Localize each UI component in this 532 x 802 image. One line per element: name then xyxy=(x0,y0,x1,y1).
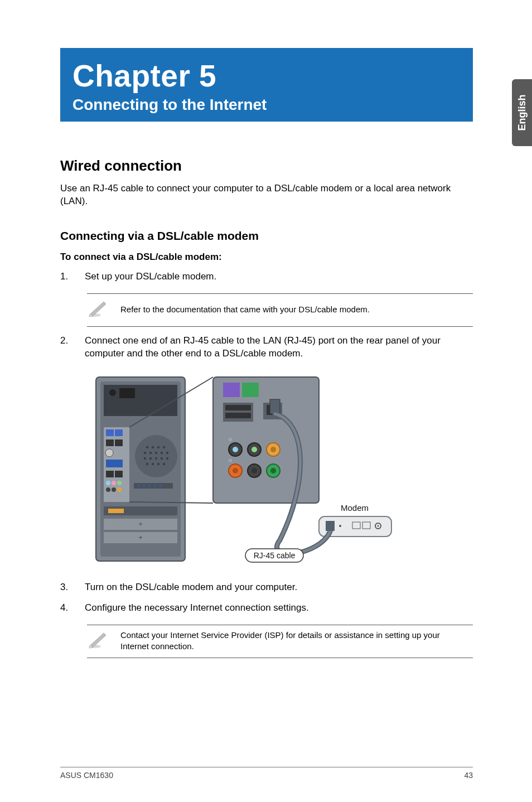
svg-point-56 xyxy=(152,446,154,448)
svg-point-105 xyxy=(252,468,257,474)
svg-point-44 xyxy=(105,449,113,457)
footer-model: ASUS CM1630 xyxy=(60,771,113,780)
svg-point-103 xyxy=(233,468,238,474)
svg-point-61 xyxy=(155,451,157,453)
svg-rect-47 xyxy=(115,471,123,477)
chapter-number: Chapter 5 xyxy=(72,58,461,94)
svg-point-76 xyxy=(148,485,151,487)
svg-text:RJ-45 cable: RJ-45 cable xyxy=(254,551,296,560)
svg-point-33 xyxy=(139,410,142,413)
svg-point-53 xyxy=(117,487,122,492)
step-4-number: 4. xyxy=(60,602,85,615)
svg-point-62 xyxy=(161,451,163,453)
svg-point-49 xyxy=(112,481,116,485)
svg-point-18 xyxy=(156,394,158,396)
svg-point-57 xyxy=(157,446,159,448)
svg-point-50 xyxy=(117,481,122,485)
svg-point-64 xyxy=(144,457,146,459)
connection-diagram: + + U U xyxy=(85,373,482,576)
footer-page-number: 43 xyxy=(464,771,473,780)
pen-icon xyxy=(87,298,120,321)
svg-rect-89 xyxy=(242,383,259,397)
svg-point-67 xyxy=(161,457,163,459)
svg-point-51 xyxy=(106,487,110,492)
note-2-rule-bottom xyxy=(87,658,473,658)
svg-point-10 xyxy=(145,388,147,390)
section-heading: Wired connection xyxy=(60,157,482,175)
chapter-banner: Chapter 5 Connecting to the Internet xyxy=(60,48,473,122)
svg-point-23 xyxy=(151,399,153,402)
svg-point-38 xyxy=(167,410,170,413)
svg-text:U: U xyxy=(229,437,232,442)
svg-point-72 xyxy=(163,462,165,465)
svg-point-28 xyxy=(145,405,147,407)
svg-point-30 xyxy=(156,405,158,407)
svg-rect-45 xyxy=(106,460,123,467)
svg-point-15 xyxy=(139,394,142,396)
note-1-text: Refer to the documentation that came wit… xyxy=(120,304,374,315)
svg-rect-92 xyxy=(225,413,251,418)
svg-point-77 xyxy=(154,485,156,487)
svg-point-6 xyxy=(109,389,116,396)
svg-point-34 xyxy=(145,410,147,413)
svg-point-63 xyxy=(166,451,168,453)
language-tab-label: English xyxy=(516,94,528,131)
svg-point-69 xyxy=(146,462,148,465)
svg-point-52 xyxy=(112,487,116,492)
section-intro: Use an RJ-45 cable to connect your compu… xyxy=(60,182,473,208)
step-2-text: Connect one end of an RJ-45 cable to the… xyxy=(85,335,473,360)
step-1-number: 1. xyxy=(60,270,85,283)
svg-point-32 xyxy=(167,405,170,407)
svg-point-25 xyxy=(162,399,164,402)
pen-icon xyxy=(87,630,120,652)
language-tab: English xyxy=(512,79,532,146)
manual-page: English Chapter 5 Connecting to the Inte… xyxy=(0,0,532,802)
svg-rect-73 xyxy=(134,483,173,489)
svg-point-48 xyxy=(106,481,110,485)
svg-point-65 xyxy=(149,457,152,459)
svg-point-78 xyxy=(159,485,162,487)
svg-rect-88 xyxy=(223,383,240,397)
svg-rect-40 xyxy=(106,429,114,436)
note-1: Refer to the documentation that came wit… xyxy=(87,293,473,327)
svg-point-54 xyxy=(135,435,177,477)
svg-rect-7 xyxy=(119,388,135,398)
svg-point-70 xyxy=(152,462,154,465)
svg-text:U: U xyxy=(229,458,232,463)
svg-point-55 xyxy=(146,446,148,448)
svg-rect-42 xyxy=(106,439,114,446)
svg-point-112 xyxy=(339,525,341,527)
note-2: Contact your Internet Service Provider (… xyxy=(87,625,473,659)
svg-point-19 xyxy=(162,394,164,396)
footer-rule xyxy=(60,767,473,767)
svg-point-24 xyxy=(156,399,158,402)
svg-point-12 xyxy=(156,388,158,390)
svg-point-13 xyxy=(162,388,164,390)
svg-point-26 xyxy=(167,399,170,402)
svg-rect-91 xyxy=(225,405,251,410)
procedure-lead: To connect via a DSL/cable modem: xyxy=(60,252,482,263)
svg-point-107 xyxy=(270,468,276,474)
svg-rect-118 xyxy=(326,521,335,531)
svg-point-101 xyxy=(270,447,276,452)
svg-point-58 xyxy=(163,446,165,448)
svg-point-17 xyxy=(151,394,153,396)
step-4: 4. Configure the necessary Internet conn… xyxy=(60,602,473,615)
subsection-heading: Connecting via a DSL/cable modem xyxy=(60,229,482,243)
svg-point-11 xyxy=(151,388,153,390)
svg-point-27 xyxy=(139,405,142,407)
step-2: 2. Connect one end of an RJ-45 cable to … xyxy=(60,335,473,360)
svg-text:+: + xyxy=(138,533,143,542)
step-3-number: 3. xyxy=(60,581,85,594)
svg-point-66 xyxy=(155,457,157,459)
note-2-text: Contact your Internet Service Provider (… xyxy=(120,630,473,653)
svg-point-71 xyxy=(157,462,159,465)
svg-point-9 xyxy=(139,388,142,390)
svg-text:+: + xyxy=(138,520,143,528)
svg-point-29 xyxy=(151,405,153,407)
note-rule-bottom xyxy=(87,326,473,327)
svg-point-99 xyxy=(252,447,257,452)
step-4-text: Configure the necessary Internet connect… xyxy=(85,602,309,615)
svg-point-68 xyxy=(166,457,168,459)
svg-text:Modem: Modem xyxy=(341,503,369,513)
